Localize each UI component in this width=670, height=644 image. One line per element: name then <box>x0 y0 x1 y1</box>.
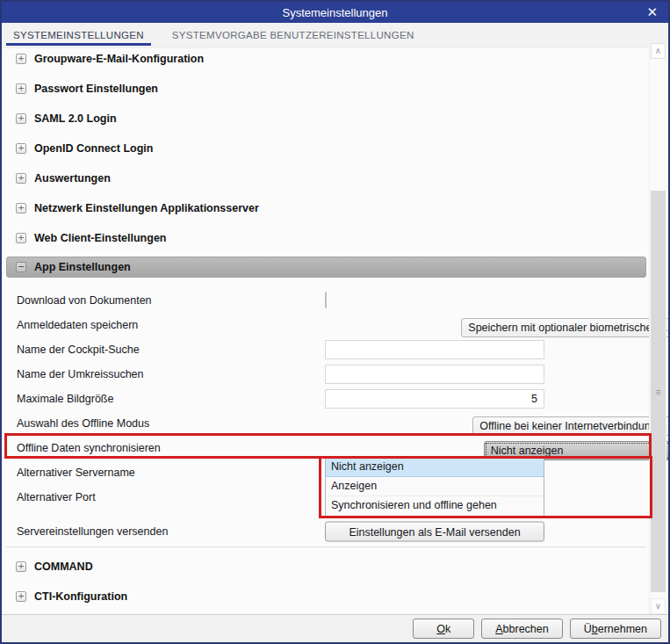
section-app-einstellungen-header[interactable]: − App Einstellungen <box>6 257 646 278</box>
section-cti-konfiguration[interactable]: + CTI-Konfiguration <box>2 582 668 611</box>
section-saml-login[interactable]: + SAML 2.0 Login <box>2 104 668 134</box>
section-label: Auswertungen <box>34 172 111 185</box>
abbrechen-button[interactable]: Abbrechen <box>481 619 562 639</box>
section-openid-connect-login[interactable]: + OpenID Connect Login <box>2 134 668 163</box>
dropdown-option-nicht-anzeigen[interactable]: Nicht anzeigen <box>326 458 544 477</box>
btn-mnemonic: A <box>495 623 502 635</box>
uebernehmen-button[interactable]: Übernehmen <box>570 619 661 639</box>
collapse-minus-icon[interactable]: − <box>16 262 26 272</box>
einstellungen-als-email-versenden-button[interactable]: Einstellungen als E-Mail versenden <box>325 522 544 542</box>
collapsed-sections-bottom: + COMMAND + CTI-Konfiguration <box>2 552 668 611</box>
section-label: Passwort Einstellungen <box>34 83 158 95</box>
field-label: Name der Umkreissuchen <box>2 368 144 380</box>
field-label: Download von Dokumenten <box>2 294 152 307</box>
scrollbar-thumb[interactable]: ≡ <box>651 191 666 592</box>
dialog-footer: Ok Abbrechen Übernehmen <box>2 614 668 642</box>
section-passwort-einstellungen[interactable]: + Passwort Einstellungen <box>2 74 668 104</box>
expand-plus-icon[interactable]: + <box>16 203 26 213</box>
selected-value: Nicht anzeigen <box>491 445 564 457</box>
grip-icon: ≡ <box>655 387 660 397</box>
tab-label: SYSTEMVORGABE BENUTZEREINSTELLUNGEN <box>172 30 414 40</box>
umkreissuchen-input[interactable] <box>325 365 544 384</box>
vertical-scrollbar[interactable]: ∧ ≡ ∨ <box>649 43 666 614</box>
section-web-client-einstellungen[interactable]: + Web Client-Einstellungen <box>2 223 668 253</box>
row-name-der-cockpit-suche: Name der Cockpit-Suche <box>2 337 668 362</box>
section-auswertungen[interactable]: + Auswertungen <box>2 163 668 193</box>
titlebar: Systemeinstellungen ✕ <box>2 2 668 23</box>
btn-text: Ü <box>584 623 592 635</box>
section-label: Groupware-E-Mail-Konfiguration <box>34 53 204 65</box>
btn-text: bbrechen <box>503 623 549 635</box>
tab-label: SYSTEMEINSTELLUNGEN <box>13 30 144 40</box>
settings-content: + Groupware-E-Mail-Konfiguration + Passw… <box>2 48 668 614</box>
row-maximale-bildgroesse: Maximale Bildgröße <box>2 387 668 411</box>
window-title: Systemeinstellungen <box>283 6 388 19</box>
expand-plus-icon[interactable]: + <box>16 83 26 94</box>
field-label: Anmeldedaten speichern <box>2 319 138 331</box>
field-label: Offline Daten synchronisieren <box>2 442 161 454</box>
btn-mnemonic: O <box>436 623 445 635</box>
section-label: Netzwerk Einstellungen Applikationsserve… <box>34 202 259 214</box>
close-icon[interactable]: ✕ <box>643 2 661 23</box>
collapsed-sections-top: + Groupware-E-Mail-Konfiguration + Passw… <box>2 44 668 253</box>
field-label: Alternativer Servername <box>2 467 135 479</box>
field-label: Servereinstellungen versenden <box>2 525 168 538</box>
section-divider <box>6 546 646 547</box>
ok-button[interactable]: Ok <box>413 619 474 639</box>
anmeldedaten-speichern-select[interactable]: Speichern mit optionaler biometrischer .… <box>461 318 670 337</box>
row-anmeldedaten-speichern: Anmeldedaten speichern Speichern mit opt… <box>2 313 668 337</box>
section-label: App Einstellungen <box>34 261 131 273</box>
row-servereinstellungen-versenden: Servereinstellungen versenden Einstellun… <box>2 518 668 545</box>
selected-value: Speichern mit optionaler biometrischer .… <box>468 322 667 334</box>
maximale-bildgroesse-input[interactable] <box>325 389 544 409</box>
chevron-down-icon: ∨ <box>667 319 670 336</box>
field-label: Alternativer Port <box>2 491 96 503</box>
section-label: CTI-Konfiguration <box>34 590 127 603</box>
cockpit-suche-input[interactable] <box>325 340 544 359</box>
field-label: Name der Cockpit-Suche <box>2 344 140 356</box>
field-label: Maximale Bildgröße <box>2 393 113 405</box>
expand-plus-icon[interactable]: + <box>16 173 26 184</box>
section-label: Web Client-Einstellungen <box>34 232 166 244</box>
download-dokumente-checkbox[interactable] <box>325 292 327 308</box>
field-label: Auswahl des Offline Modus <box>2 417 149 430</box>
dropdown-option-anzeigen[interactable]: Anzeigen <box>326 477 544 496</box>
section-label: OpenID Connect Login <box>34 142 153 155</box>
expand-plus-icon[interactable]: + <box>16 113 26 124</box>
section-netzwerk-einstellungen-applikationsserver[interactable]: + Netzwerk Einstellungen Applikationsser… <box>2 193 668 223</box>
section-label: COMMAND <box>34 561 93 573</box>
section-label: SAML 2.0 Login <box>34 112 117 125</box>
scroll-up-icon[interactable]: ∧ <box>651 43 666 59</box>
system-settings-dialog: Systemeinstellungen ✕ SYSTEMEINSTELLUNGE… <box>0 0 670 644</box>
expand-plus-icon[interactable]: + <box>16 561 26 572</box>
expand-plus-icon[interactable]: + <box>16 143 26 154</box>
expand-plus-icon[interactable]: + <box>16 591 26 602</box>
offline-sync-dropdown-list: Nicht anzeigen Anzeigen Synchronisieren … <box>325 457 544 517</box>
dropdown-option-synchronisieren-und-offline-gehen[interactable]: Synchronisieren und offline gehen <box>326 496 544 516</box>
btn-mnemonic: b <box>592 623 598 635</box>
expand-plus-icon[interactable]: + <box>16 54 26 64</box>
btn-text: ernehmen <box>598 623 647 635</box>
offline-modus-select[interactable]: Offline bei keiner Internetverbindung ∨ <box>472 416 670 436</box>
row-name-der-umkreissuchen: Name der Umkreissuchen <box>2 362 668 387</box>
expand-plus-icon[interactable]: + <box>16 233 26 243</box>
scroll-down-icon[interactable]: ∨ <box>651 598 666 614</box>
section-command[interactable]: + COMMAND <box>2 552 668 582</box>
section-groupware-email-konfiguration[interactable]: + Groupware-E-Mail-Konfiguration <box>2 44 668 74</box>
row-auswahl-des-offline-modus: Auswahl des Offline Modus Offline bei ke… <box>2 411 668 436</box>
row-download-von-dokumenten: Download von Dokumenten <box>2 288 668 313</box>
btn-text: k <box>445 623 450 635</box>
selected-value: Offline bei keiner Internetverbindung <box>479 420 656 432</box>
